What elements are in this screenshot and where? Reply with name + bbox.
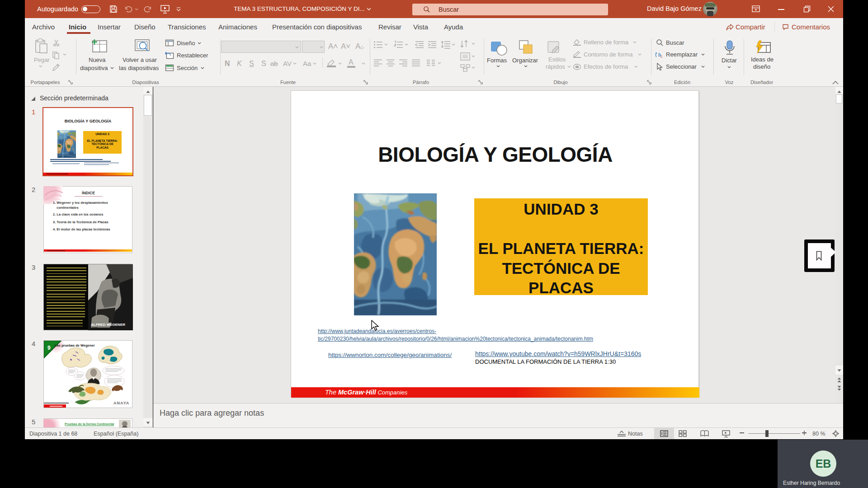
svg-text:c: c bbox=[660, 54, 663, 59]
svg-text:9: 9 bbox=[47, 345, 51, 351]
